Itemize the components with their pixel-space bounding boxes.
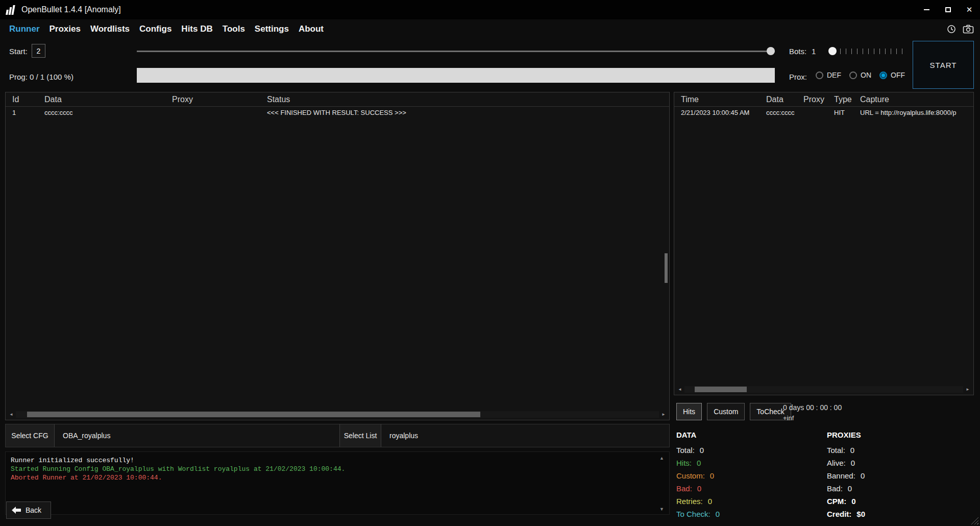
log-line: Started Running Config OBA_royalplus wit… xyxy=(11,465,656,473)
stat-label: Bad: xyxy=(676,484,692,493)
results-vertical-scrollbar[interactable] xyxy=(664,108,668,409)
start-slider[interactable] xyxy=(137,46,775,56)
back-button[interactable]: Back xyxy=(6,501,51,519)
results-table: Id Data Proxy Status 1 cccc:cccc <<< FIN… xyxy=(5,92,670,420)
hits-horizontal-scrollbar[interactable]: ◄ ► xyxy=(675,386,972,393)
select-cfg-button[interactable]: Select CFG xyxy=(6,424,55,447)
menu-tools[interactable]: Tools xyxy=(223,24,245,34)
menu-wordlists[interactable]: Wordlists xyxy=(90,24,130,34)
hits-tabs: Hits Custom ToCheck xyxy=(676,403,791,420)
slider-track[interactable] xyxy=(137,51,775,52)
scroll-left-icon[interactable]: ◄ xyxy=(675,387,684,392)
stat-value: 0 xyxy=(697,484,701,493)
scroll-up-icon[interactable]: ▲ xyxy=(659,456,664,461)
scroll-right-icon[interactable]: ► xyxy=(659,412,668,417)
scroll-left-icon[interactable]: ◄ xyxy=(7,412,16,417)
cell-status: <<< FINISHED WITH RESULT: SUCCESS >>> xyxy=(262,109,669,116)
cell-time: 2/21/2023 10:00:45 AM xyxy=(674,109,761,116)
stat-alive: Alive: 0 xyxy=(827,457,965,469)
data-stats: DATA Total: 0 Hits: 0 Custom: 0 Bad: 0 R… xyxy=(676,431,814,520)
menu-bar: Runner Proxies Wordlists Configs Hits DB… xyxy=(0,19,980,39)
stat-value: 0 xyxy=(710,471,714,480)
maximize-icon xyxy=(945,7,951,12)
radio-label: OFF xyxy=(891,71,905,79)
scrollbar-thumb[interactable] xyxy=(665,253,668,283)
stat-credit: Credit: $0 xyxy=(827,508,965,520)
stat-value: 0 xyxy=(716,510,720,518)
maximize-button[interactable] xyxy=(937,0,959,19)
menu-hitsdb[interactable]: Hits DB xyxy=(181,24,212,34)
column-header-type[interactable]: Type xyxy=(829,95,855,104)
window-controls: ✕ xyxy=(916,0,980,19)
runner-log[interactable]: Runner initialized succesfully! Started … xyxy=(5,451,670,515)
menu-proxies[interactable]: Proxies xyxy=(50,24,81,34)
bots-slider[interactable] xyxy=(828,46,905,56)
minimize-icon xyxy=(924,9,929,10)
tab-custom[interactable]: Custom xyxy=(707,403,745,420)
select-list-button[interactable]: Select List xyxy=(339,424,381,447)
column-header-time[interactable]: Time xyxy=(674,95,761,104)
prox-def-radio[interactable]: DEF xyxy=(816,71,841,79)
tab-hits[interactable]: Hits xyxy=(676,403,702,420)
stat-bad: Bad: 0 xyxy=(827,482,965,495)
scrollbar-thumb[interactable] xyxy=(695,387,747,392)
slider-thumb[interactable] xyxy=(828,47,837,55)
prox-off-radio[interactable]: OFF xyxy=(879,71,905,79)
stat-value: 0 xyxy=(697,459,701,467)
close-button[interactable]: ✕ xyxy=(959,0,980,19)
data-stats-title: DATA xyxy=(676,431,814,444)
column-header-status[interactable]: Status xyxy=(262,95,669,104)
column-header-capture[interactable]: Capture xyxy=(855,95,973,104)
stat-value: 0 xyxy=(851,497,855,506)
stat-banned: Banned: 0 xyxy=(827,469,965,482)
titlebar: OpenBullet 1.4.4 [Anomaly] ✕ xyxy=(0,0,980,19)
cell-data: cccc:cccc xyxy=(761,109,798,116)
results-table-header: Id Data Proxy Status xyxy=(6,92,669,107)
hit-row[interactable]: 2/21/2023 10:00:45 AM cccc:cccc HIT URL … xyxy=(674,107,973,118)
menu-configs[interactable]: Configs xyxy=(139,24,172,34)
history-icon[interactable] xyxy=(946,24,957,34)
menu-icons xyxy=(946,24,974,34)
column-header-data[interactable]: Data xyxy=(39,95,167,104)
start-position-input[interactable] xyxy=(32,44,45,58)
result-row[interactable]: 1 cccc:cccc <<< FINISHED WITH RESULT: SU… xyxy=(6,107,669,118)
column-header-proxy[interactable]: Proxy xyxy=(798,95,829,104)
prox-on-radio[interactable]: ON xyxy=(849,71,871,79)
results-horizontal-scrollbar[interactable]: ◄ ► xyxy=(7,411,668,418)
start-button[interactable]: START xyxy=(913,41,974,89)
stat-label: CPM: xyxy=(827,497,846,506)
log-line: Aborted Runner at 21/02/2023 10:00:44. xyxy=(11,473,656,482)
menu-settings[interactable]: Settings xyxy=(255,24,289,34)
proxies-stats-title: PROXIES xyxy=(827,431,965,444)
column-header-id[interactable]: Id xyxy=(6,95,39,104)
stat-total: Total: 0 xyxy=(827,444,965,457)
menu-about[interactable]: About xyxy=(299,24,324,34)
bots-label: Bots: xyxy=(789,47,806,56)
progress-label: Prog: 0 / 1 (100 %) xyxy=(9,73,74,81)
column-header-data[interactable]: Data xyxy=(761,95,798,104)
minimize-button[interactable] xyxy=(916,0,937,19)
start-label: Start: xyxy=(9,47,28,56)
prox-label: Prox: xyxy=(789,73,807,81)
scroll-right-icon[interactable]: ► xyxy=(963,387,972,392)
stat-label: Total: xyxy=(827,446,845,455)
column-header-proxy[interactable]: Proxy xyxy=(167,95,262,104)
stat-label: Alive: xyxy=(827,459,846,467)
stat-label: Hits: xyxy=(676,459,692,467)
hits-table-header: Time Data Proxy Type Capture xyxy=(674,92,973,107)
wordlist-name-field: royalplus xyxy=(381,424,669,447)
config-name-field: OBA_royalplus xyxy=(55,424,339,447)
scroll-down-icon[interactable]: ▼ xyxy=(659,507,664,512)
proxy-mode-group: DEF ON OFF xyxy=(816,71,905,79)
camera-icon[interactable] xyxy=(963,24,974,34)
timer: 0 days 00 : 00 : 00 +inf xyxy=(783,403,842,422)
resize-grip[interactable] xyxy=(971,517,978,524)
radio-label: ON xyxy=(861,71,871,79)
back-label: Back xyxy=(26,506,41,514)
cpm-inf: +inf xyxy=(783,414,842,422)
menu-runner[interactable]: Runner xyxy=(9,24,40,34)
scrollbar-track[interactable] xyxy=(684,386,963,393)
scrollbar-track[interactable] xyxy=(16,411,659,418)
scrollbar-thumb[interactable] xyxy=(27,412,480,417)
slider-thumb[interactable] xyxy=(767,47,775,55)
